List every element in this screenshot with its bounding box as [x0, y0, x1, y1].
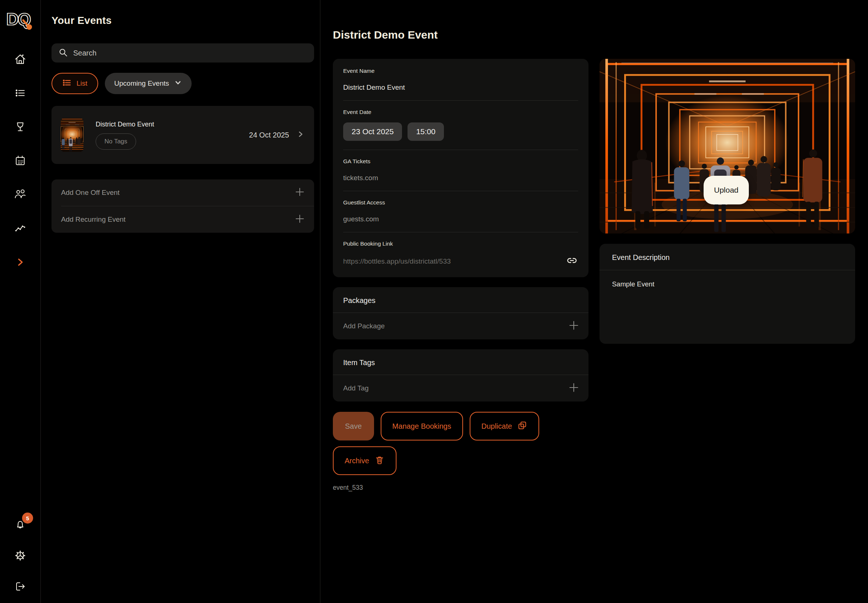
add-recurring-event-row[interactable]: Add Recurring Event — [51, 206, 314, 233]
list-view-label: List — [76, 79, 88, 88]
item-tags-title: Item Tags — [333, 349, 588, 375]
divider — [343, 100, 578, 101]
settings-gear-icon[interactable] — [13, 549, 27, 563]
search-input[interactable] — [73, 49, 308, 57]
time-picker-button[interactable]: 15:00 — [407, 122, 444, 141]
event-date-label: Event Date — [343, 109, 578, 116]
chevron-down-icon — [174, 79, 182, 89]
plus-icon — [295, 214, 305, 226]
add-recurring-event-label: Add Recurring Event — [61, 215, 125, 224]
dq-logo[interactable]: DQ — [6, 8, 34, 33]
item-tags-card: Item Tags Add Tag — [333, 349, 588, 402]
duplicate-button[interactable]: Duplicate — [470, 412, 539, 441]
booking-link-label: Public Booking Link — [343, 240, 578, 247]
divider — [343, 232, 578, 232]
event-thumbnail — [61, 118, 84, 152]
plus-icon — [569, 382, 579, 394]
save-button[interactable]: Save — [333, 412, 374, 441]
logout-icon[interactable] — [13, 580, 27, 594]
events-filter-label: Upcoming Events — [114, 79, 169, 88]
add-one-off-event-label: Add One Off Event — [61, 189, 119, 197]
event-description-title: Event Description — [599, 244, 855, 270]
guestlist-access-label: Guestlist Access — [343, 199, 578, 206]
divider — [343, 191, 578, 191]
event-card-meta: 24 Oct 2025 — [249, 130, 305, 140]
copy-icon — [517, 420, 528, 432]
booking-link-value: https://bottles.app/us/districtatl/533 — [343, 257, 451, 266]
add-package-label: Add Package — [343, 322, 385, 330]
event-description-body[interactable]: Sample Event — [599, 270, 855, 298]
archive-button[interactable]: Archive — [333, 446, 396, 475]
event-id: event_533 — [333, 484, 588, 492]
event-form-card: Event Name District Demo Event Event Dat… — [333, 59, 588, 277]
page-title: District Demo Event — [333, 29, 868, 41]
events-list-icon[interactable] — [13, 86, 27, 100]
trash-icon — [374, 455, 385, 467]
divider — [343, 150, 578, 150]
guests-icon[interactable] — [13, 187, 27, 201]
event-name-value[interactable]: District Demo Event — [343, 83, 578, 91]
search-bar[interactable] — [51, 43, 314, 62]
sidebar-bottom: 5 — [13, 518, 27, 594]
archive-label: Archive — [345, 457, 369, 465]
list-view-icon — [62, 78, 72, 89]
expand-chevron-icon[interactable] — [13, 255, 27, 269]
event-cover-image: Upload — [599, 59, 855, 233]
event-card-date: 24 Oct 2025 — [249, 131, 289, 139]
drinks-icon[interactable] — [13, 120, 27, 134]
search-icon — [58, 48, 68, 59]
upload-button[interactable]: Upload — [704, 176, 749, 204]
app-root: DQ — [0, 0, 868, 603]
home-icon[interactable] — [13, 52, 27, 66]
event-list-item[interactable]: District Demo Event No Tags 24 Oct 2025 — [51, 106, 314, 164]
add-one-off-event-row[interactable]: Add One Off Event — [51, 179, 314, 206]
event-detail-main: District Demo Event Event Name District … — [320, 0, 868, 603]
notifications-bell-icon[interactable]: 5 — [13, 518, 27, 532]
copy-link-icon[interactable] — [566, 254, 578, 268]
packages-title: Packages — [333, 287, 588, 312]
guestlist-access-value[interactable]: guests.com — [343, 215, 578, 223]
add-package-row[interactable]: Add Package — [333, 313, 588, 339]
add-tag-label: Add Tag — [343, 384, 368, 392]
add-tag-row[interactable]: Add Tag — [333, 375, 588, 402]
event-description-card: Event Description Sample Event — [599, 244, 855, 344]
list-view-button[interactable]: List — [51, 73, 98, 94]
plus-icon — [569, 320, 579, 332]
packages-card: Packages Add Package — [333, 287, 588, 339]
filter-row: List Upcoming Events — [51, 73, 314, 94]
plus-icon — [295, 187, 305, 199]
manage-bookings-button[interactable]: Manage Bookings — [381, 412, 463, 441]
notification-badge: 5 — [22, 513, 33, 524]
ga-tickets-label: GA Tickets — [343, 158, 578, 165]
date-picker-button[interactable]: 23 Oct 2025 — [343, 122, 402, 141]
duplicate-label: Duplicate — [481, 422, 512, 431]
action-buttons: Save Manage Bookings Duplicate — [333, 412, 588, 441]
events-panel-title: Your Events — [51, 15, 314, 26]
events-filter-dropdown[interactable]: Upcoming Events — [105, 73, 192, 94]
calendar-icon[interactable] — [13, 154, 27, 168]
add-events-card: Add One Off Event Add Recurring Event — [51, 179, 314, 233]
analytics-icon[interactable] — [13, 221, 27, 235]
event-name-label: Event Name — [343, 68, 578, 74]
chevron-right-icon — [296, 130, 305, 140]
sidebar-nav — [13, 52, 27, 269]
event-card-info: District Demo Event No Tags — [96, 121, 249, 150]
ga-tickets-value[interactable]: tickets.com — [343, 174, 578, 182]
event-card-title: District Demo Event — [96, 121, 249, 128]
sidebar: DQ — [0, 0, 41, 603]
event-tag-pill: No Tags — [96, 133, 136, 150]
events-panel: Your Events List Upcoming Events — [41, 0, 320, 603]
